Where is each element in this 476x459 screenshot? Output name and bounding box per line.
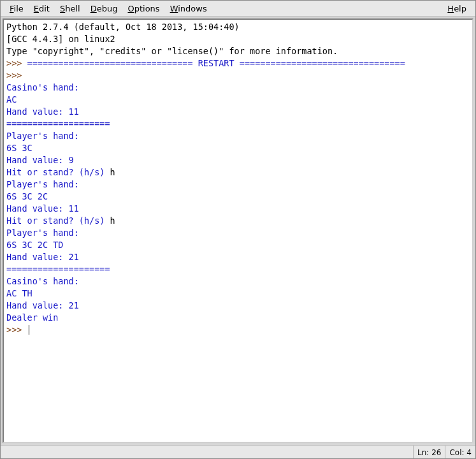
text-cursor <box>29 325 29 335</box>
output-line: Hit or stand? (h/s) <box>6 167 110 177</box>
output-line: Hand value: 11 <box>6 203 79 214</box>
output-line: 6S 3C 2C <box>6 191 48 201</box>
menu-debug[interactable]: Debug <box>85 3 123 15</box>
prompt: >>> <box>6 58 27 68</box>
output-line: Casino's hand: <box>6 82 79 92</box>
status-col: Col: 4 <box>445 446 475 459</box>
menu-options[interactable]: Options <box>122 3 164 15</box>
menu-windows[interactable]: Windows <box>165 3 212 15</box>
output-line: Hand value: 11 <box>6 106 79 117</box>
output-line: Player's hand: <box>6 228 79 238</box>
output-line: Hand value: 21 <box>6 300 79 310</box>
restart-banner: ================================ RESTART… <box>27 58 405 68</box>
output-line: ==================== <box>6 119 110 129</box>
output-line: Hit or stand? (h/s) <box>6 215 110 226</box>
output-line: 6S 3C <box>6 143 32 153</box>
status-line: Ln: 26 <box>413 446 445 459</box>
menu-file[interactable]: File <box>4 3 29 15</box>
shell-frame: Python 2.7.4 (default, Oct 18 2013, 15:0… <box>1 17 475 445</box>
output-line: Casino's hand: <box>6 276 79 286</box>
output-line: Player's hand: <box>6 131 79 141</box>
prompt: >>> <box>6 70 27 80</box>
menu-help[interactable]: Help <box>442 3 472 15</box>
banner-line: Type "copyright", "credits" or "license(… <box>6 46 338 56</box>
output-line: Player's hand: <box>6 179 79 189</box>
menubar: File Edit Shell Debug Options Windows He… <box>1 1 475 17</box>
output-line: ==================== <box>6 264 110 274</box>
shell-text-area[interactable]: Python 2.7.4 (default, Oct 18 2013, 15:0… <box>3 18 473 443</box>
output-line: 6S 3C 2C TD <box>6 240 63 250</box>
output-line: AC TH <box>6 288 32 298</box>
output-line: AC <box>6 94 17 105</box>
output-line: Hand value: 9 <box>6 155 74 165</box>
output-line: Hand value: 21 <box>6 252 79 262</box>
status-bar: Ln: 26 Col: 4 <box>1 445 475 459</box>
user-input: h <box>110 167 115 177</box>
menu-shell[interactable]: Shell <box>55 3 85 15</box>
prompt: >>> <box>6 324 27 335</box>
banner-line: [GCC 4.4.3] on linux2 <box>6 34 115 44</box>
menu-edit[interactable]: Edit <box>29 3 55 15</box>
user-input: h <box>110 215 115 226</box>
output-line: Dealer win <box>6 312 58 323</box>
banner-line: Python 2.7.4 (default, Oct 18 2013, 15:0… <box>6 22 240 32</box>
